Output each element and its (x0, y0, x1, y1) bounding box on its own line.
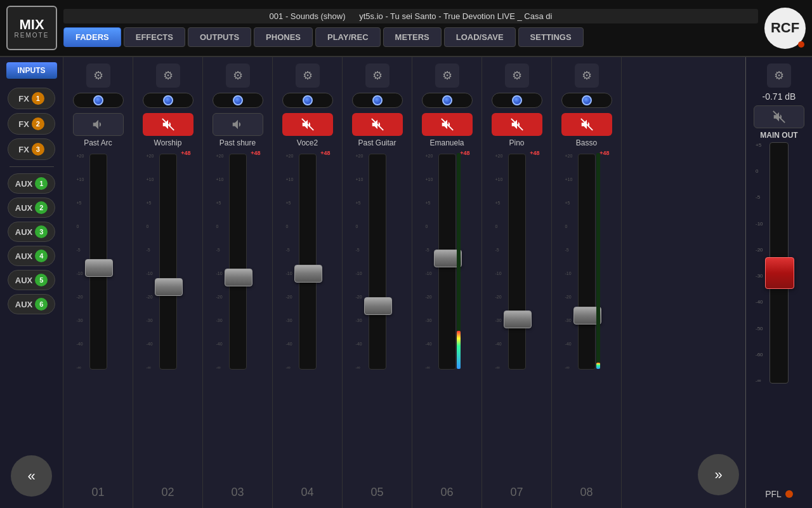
next-button[interactable]: » (698, 454, 739, 495)
channel-knob-02[interactable] (143, 93, 193, 108)
aux-button-1[interactable]: AUX 1 (8, 173, 55, 194)
channel-number-05: 05 (370, 486, 383, 499)
main-out-mute-button[interactable] (754, 105, 804, 128)
nav-tab-effects[interactable]: EFFECTS (124, 27, 185, 47)
channel-gear-01[interactable]: ⚙ (86, 64, 110, 88)
phantom-power-06: +48 (460, 150, 469, 156)
aux-num-6: 6 (35, 298, 48, 311)
inputs-button[interactable]: INPUTS (6, 62, 57, 79)
channel-mute-03[interactable] (213, 113, 263, 136)
fx-button-1[interactable]: FX 1 (8, 88, 55, 109)
channel-name-04: Voce2 (297, 138, 318, 149)
channel-gear-07[interactable]: ⚙ (505, 64, 529, 88)
aux-num-3: 3 (35, 225, 48, 238)
ticker-bar: 001 - Sounds (show) yt5s.io - Tu sei San… (63, 9, 758, 23)
fx-button-2[interactable]: FX 2 (8, 113, 55, 135)
fader-container-05: +20+10+50-5-10-20-30-40-∞ (345, 154, 409, 508)
nav-tab-settings[interactable]: SETTINGS (518, 27, 584, 47)
aux-num-1: 1 (35, 177, 48, 190)
fader-track-06 (438, 154, 456, 370)
aux-label-5: AUX (15, 276, 32, 285)
channel-gear-03[interactable]: ⚙ (226, 64, 250, 88)
rcf-dot (798, 41, 804, 48)
channel-knob-07[interactable] (492, 93, 542, 108)
aux-button-6[interactable]: AUX 6 (8, 294, 55, 314)
channel-mute-07[interactable] (492, 113, 542, 136)
knob-indicator-07 (512, 95, 522, 105)
nav-tab-faders[interactable]: FADERS (63, 27, 121, 47)
fx-label-3: FX (18, 145, 29, 154)
channel-number-03: 03 (231, 486, 244, 499)
fader-handle-03[interactable] (225, 269, 252, 286)
aux-num-4: 4 (35, 250, 48, 262)
channel-name-03: Past shure (219, 138, 256, 149)
aux-label-1: AUX (15, 179, 32, 189)
channel-gear-08[interactable]: ⚙ (575, 64, 599, 88)
aux-button-4[interactable]: AUX 4 (8, 246, 55, 266)
nav-tab-loadsave[interactable]: LOAD/SAVE (444, 27, 516, 47)
channel-mute-02[interactable] (143, 113, 193, 136)
nav-tab-outputs[interactable]: OUTPUTS (188, 27, 251, 47)
channel-strip-02: ⚙ Worship +20+10+50-5-10-20-30-40-∞ +48 … (133, 57, 203, 508)
logo: MIX REMOTE (6, 6, 57, 50)
fader-track-05 (369, 154, 386, 370)
phantom-power-07: +48 (530, 150, 539, 156)
fader-container-02: +20+10+50-5-10-20-30-40-∞ +48 (136, 154, 200, 508)
channel-number-08: 08 (580, 486, 593, 499)
channel-gear-02[interactable]: ⚙ (156, 64, 180, 88)
channel-knob-01[interactable] (73, 93, 124, 108)
nav-tab-phones[interactable]: PHONES (254, 27, 313, 47)
nav-tab-meters[interactable]: METERS (383, 27, 442, 47)
fader-track-04 (299, 154, 317, 370)
aux-button-2[interactable]: AUX 2 (8, 197, 55, 218)
main-out-strip: ⚙ -0.71 dB MAIN OUT +50-5-10-20-30-40-50… (745, 57, 812, 508)
channel-knob-08[interactable] (561, 93, 612, 108)
fader-handle-01[interactable] (85, 259, 113, 277)
channel-gear-04[interactable]: ⚙ (296, 64, 320, 88)
main-out-fader-handle[interactable] (765, 257, 794, 289)
fader-track-07 (508, 154, 526, 370)
fx-num-2: 2 (32, 117, 44, 130)
fader-handle-07[interactable] (504, 311, 532, 328)
fader-handle-04[interactable] (294, 265, 322, 283)
channel-knob-04[interactable] (282, 93, 333, 108)
channel-number-07: 07 (510, 486, 523, 499)
channel-knob-06[interactable] (422, 93, 473, 108)
ticker-right: yt5s.io - Tu sei Santo - True Devotion L… (359, 11, 552, 21)
channel-mute-06[interactable] (422, 113, 473, 136)
channel-mute-04[interactable] (282, 113, 333, 136)
knob-indicator-01 (93, 95, 103, 105)
nav-tab-playrec[interactable]: PLAY/REC (315, 27, 381, 47)
main-out-label: MAIN OUT (760, 131, 797, 140)
aux-label-2: AUX (15, 203, 32, 213)
logo-mix-text: MIX (19, 18, 44, 32)
aux-num-5: 5 (35, 274, 48, 286)
channel-gear-05[interactable]: ⚙ (365, 64, 390, 88)
rcf-logo: RCF (764, 8, 806, 49)
aux-button-5[interactable]: AUX 5 (8, 270, 55, 290)
fx-button-3[interactable]: FX 3 (8, 138, 55, 160)
channel-mute-01[interactable] (73, 113, 124, 136)
channel-name-05: Past Guitar (358, 138, 396, 149)
knob-indicator-02 (163, 95, 173, 105)
channel-knob-03[interactable] (213, 93, 263, 108)
fader-container-08: +20+10+50-5-10-20-30-40-∞ +48 (554, 154, 619, 508)
main-area: INPUTS FX 1 FX 2 FX 3 AUX 1 AUX 2 AUX 3 … (0, 57, 812, 508)
channel-strip-05: ⚙ Past Guitar +20+10+50-5-10-20-30-40-∞ … (343, 57, 412, 508)
channel-knob-05[interactable] (352, 93, 403, 108)
fader-handle-02[interactable] (155, 278, 183, 296)
fader-handle-05[interactable] (364, 297, 392, 315)
main-out-gear-button[interactable]: ⚙ (767, 64, 791, 88)
fx-label-1: FX (18, 94, 29, 104)
sidebar: INPUTS FX 1 FX 2 FX 3 AUX 1 AUX 2 AUX 3 … (0, 57, 63, 508)
logo-remote-text: REMOTE (15, 32, 49, 39)
channel-gear-06[interactable]: ⚙ (435, 64, 459, 88)
channel-mute-05[interactable] (352, 113, 403, 136)
prev-button[interactable]: « (11, 455, 52, 497)
nav-tabs: FADERSEFFECTSOUTPUTSPHONESPLAY/RECMETERS… (63, 27, 758, 47)
channel-mute-08[interactable] (561, 113, 612, 136)
aux-button-3[interactable]: AUX 3 (8, 222, 55, 242)
channel-strip-07: ⚙ Pino +20+10+50-5-10-20-30-40-∞ +48 07 (482, 57, 552, 508)
pfl-indicator (785, 490, 793, 498)
knob-indicator-03 (233, 95, 243, 105)
